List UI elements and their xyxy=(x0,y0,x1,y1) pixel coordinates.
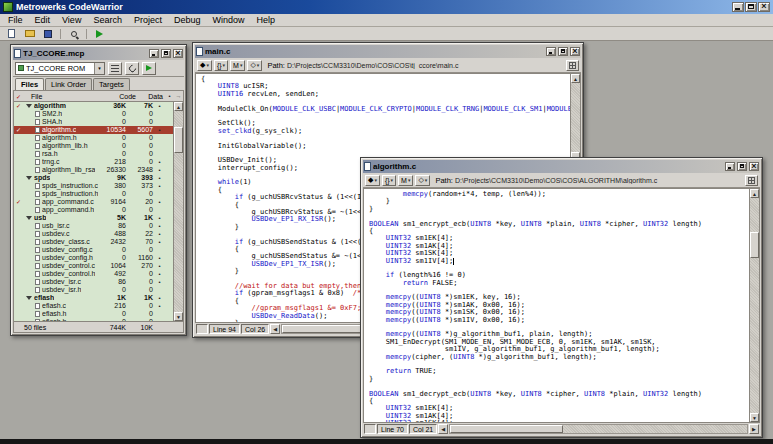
search-icon[interactable] xyxy=(66,28,81,40)
editor-algorithm-minimize-button[interactable] xyxy=(725,162,735,171)
app-titlebar[interactable]: Metrowerks CodeWarrior xyxy=(0,0,773,14)
project-file-row[interactable]: usbdev.c48822• xyxy=(14,230,173,238)
expander-icon[interactable] xyxy=(26,296,32,300)
project-file-row[interactable]: ✓algorithm.c105345607• xyxy=(14,126,173,134)
run-icon[interactable] xyxy=(92,28,107,40)
window-menu-icon[interactable] xyxy=(745,175,758,186)
scroll-right-icon[interactable]: ▶ xyxy=(749,424,759,434)
editor-window-algorithm[interactable]: algorithm.c ◆▾{}▾M▾◇▾ Path: D:\Projects\… xyxy=(360,157,763,438)
editor-main-maximize-button[interactable] xyxy=(558,47,568,56)
editor-mode-box[interactable] xyxy=(364,424,376,434)
menu-file[interactable]: File xyxy=(2,15,29,25)
expander-icon[interactable] xyxy=(26,176,32,180)
editor-algorithm-titlebar[interactable]: algorithm.c xyxy=(363,160,760,173)
menu-view[interactable]: View xyxy=(56,15,87,25)
project-file-row[interactable]: usbdev_config.c00 xyxy=(14,246,173,254)
file-column-header[interactable]: File xyxy=(23,93,108,100)
scrollbar-track[interactable] xyxy=(750,198,759,413)
project-file-row[interactable]: SHA.h00 xyxy=(14,118,173,126)
project-window-titlebar[interactable]: TJ_CCORE.mcp xyxy=(13,47,184,60)
hscroll-thumb[interactable] xyxy=(450,425,563,433)
project-minimize-button[interactable] xyxy=(149,49,159,58)
project-file-row[interactable]: app_command.h00 xyxy=(14,206,173,214)
column-indicator[interactable]: Col 26 xyxy=(241,324,269,334)
source-popup-icon[interactable]: ◆▾ xyxy=(197,60,212,71)
scrollbar-thumb[interactable] xyxy=(174,127,183,153)
project-file-row[interactable]: trng.c2180• xyxy=(14,158,173,166)
window-menu-icon[interactable] xyxy=(566,60,579,71)
editor-main-minimize-button[interactable] xyxy=(546,47,556,56)
scroll-left-icon[interactable]: ◀ xyxy=(438,424,448,434)
source-popup-icon[interactable]: ◆▾ xyxy=(365,175,380,186)
braces-popup-icon[interactable]: {}▾ xyxy=(382,175,396,186)
debug-column-header[interactable]: • xyxy=(165,93,174,99)
menu-project[interactable]: Project xyxy=(128,15,168,25)
line-indicator[interactable]: Line 94 xyxy=(209,324,240,334)
app-close-button[interactable] xyxy=(758,2,770,12)
markers-popup-icon[interactable]: M▾ xyxy=(398,175,413,186)
project-close-button[interactable] xyxy=(173,49,183,58)
project-file-row[interactable]: usbdev_class.c243270• xyxy=(14,238,173,246)
project-vertical-scrollbar[interactable]: ▲ ▼ xyxy=(173,102,183,321)
scroll-down-icon[interactable]: ▼ xyxy=(750,413,759,422)
braces-popup-icon[interactable]: {}▾ xyxy=(214,60,228,71)
scrollbar-thumb[interactable] xyxy=(750,232,759,258)
project-file-row[interactable]: eflash.h00 xyxy=(14,310,173,318)
project-file-row[interactable]: algorithm_lib_rsa263302348• xyxy=(14,166,173,174)
project-file-row[interactable]: usb_isr.c860• xyxy=(14,222,173,230)
scroll-up-icon[interactable]: ▲ xyxy=(571,74,580,83)
menu-search[interactable]: Search xyxy=(87,15,128,25)
scroll-left-icon[interactable]: ◀ xyxy=(270,324,280,334)
make-icon[interactable] xyxy=(142,62,156,75)
scrollbar-track[interactable] xyxy=(174,111,183,312)
app-minimize-button[interactable] xyxy=(732,2,744,12)
menu-debug[interactable]: Debug xyxy=(168,15,207,25)
project-group-row[interactable]: ✓algorithm36K7K• xyxy=(14,102,173,110)
project-file-row[interactable]: algorithm.h00 xyxy=(14,134,173,142)
project-file-row[interactable]: eflash.h00 xyxy=(14,318,173,321)
editor-algorithm-close-button[interactable] xyxy=(749,162,759,171)
editor-algorithm-codearea[interactable]: memcpy(random+i*4, temp, (len%4)); }}BOO… xyxy=(363,188,760,423)
project-group-row[interactable]: usb5K1K• xyxy=(14,214,173,222)
project-window[interactable]: TJ_CCORE.mcp TJ_CCORE ROM ▾ FilesLink Or… xyxy=(10,44,187,336)
target-selector[interactable]: TJ_CCORE ROM ▾ xyxy=(15,62,105,75)
editor-algorithm-maximize-button[interactable] xyxy=(737,162,747,171)
editor-vertical-scrollbar[interactable]: ▲ ▼ xyxy=(749,189,759,422)
project-file-row[interactable]: usbdev_isr.c860• xyxy=(14,278,173,286)
scroll-up-icon[interactable]: ▲ xyxy=(750,189,759,198)
open-file-icon[interactable] xyxy=(22,28,37,40)
menu-edit[interactable]: Edit xyxy=(29,15,57,25)
version-popup-icon[interactable]: ◇▾ xyxy=(415,175,430,186)
expander-icon[interactable] xyxy=(26,216,32,220)
project-file-row[interactable]: algorithm_lib.h00 xyxy=(14,142,173,150)
editor-main-titlebar[interactable]: main.c xyxy=(195,45,581,58)
project-file-row[interactable]: usbdev_config.h01160• xyxy=(14,254,173,262)
line-indicator[interactable]: Line 70 xyxy=(377,424,408,434)
project-file-row[interactable]: usbdev_control.h4920• xyxy=(14,270,173,278)
project-file-row[interactable]: usbdev_control.c1064270• xyxy=(14,262,173,270)
tab-targets[interactable]: Targets xyxy=(93,78,130,90)
project-file-row[interactable]: rsa.h00 xyxy=(14,150,173,158)
project-file-row[interactable]: spds_instruction.h00 xyxy=(14,190,173,198)
editor-mode-box[interactable] xyxy=(196,324,208,334)
project-file-row[interactable]: SM2.h00 xyxy=(14,110,173,118)
project-file-row[interactable]: spds_instruction.c380373• xyxy=(14,182,173,190)
version-popup-icon[interactable]: ◇▾ xyxy=(247,60,262,71)
synchronize-icon[interactable] xyxy=(125,62,139,75)
menu-help[interactable]: Help xyxy=(250,15,281,25)
tab-files[interactable]: Files xyxy=(15,78,44,90)
menu-window[interactable]: Window xyxy=(206,15,250,25)
hscroll-track[interactable] xyxy=(449,424,748,434)
project-file-row[interactable]: ✓app_command.c916420• xyxy=(14,198,173,206)
expander-icon[interactable] xyxy=(26,104,32,108)
code-editor[interactable]: memcpy(random+i*4, temp, (len%4)); }}BOO… xyxy=(364,189,749,422)
target-settings-icon[interactable] xyxy=(108,62,122,75)
code-column-header[interactable]: Code xyxy=(108,93,138,100)
editor-main-close-button[interactable] xyxy=(570,47,580,56)
touch-column-header[interactable]: ✓ xyxy=(14,93,23,100)
project-group-row[interactable]: eflash1K1K• xyxy=(14,294,173,302)
markers-popup-icon[interactable]: M▾ xyxy=(230,60,245,71)
scroll-up-icon[interactable]: ▲ xyxy=(174,102,183,111)
project-file-row[interactable]: usbdev_isr.h00 xyxy=(14,286,173,294)
new-file-icon[interactable] xyxy=(4,28,19,40)
